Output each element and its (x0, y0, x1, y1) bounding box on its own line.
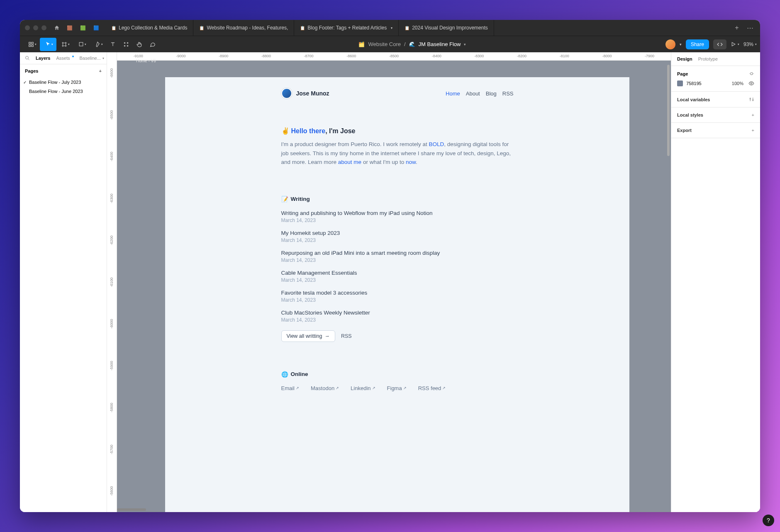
recent-file-1[interactable]: 🟫 (64, 23, 76, 32)
ruler-tick: -8100 (543, 52, 586, 60)
minimize-window[interactable] (33, 25, 38, 30)
right-panel-tabs: Design Prototype (671, 52, 760, 66)
right-panel: Design Prototype Page 758195 100% (671, 52, 760, 512)
user-avatar[interactable] (665, 39, 675, 49)
rss-link[interactable]: RSS (341, 333, 352, 339)
plus-icon[interactable]: + (752, 112, 754, 117)
share-button[interactable]: Share (686, 39, 709, 49)
local-styles-row[interactable]: Local styles + (671, 107, 760, 123)
file-tabs: 📋 Lego Collection & Media Cards 📋 Websit… (105, 20, 732, 36)
export-label: Export (677, 128, 692, 133)
vertical-scrollbar[interactable] (667, 65, 670, 156)
new-tab-button[interactable]: + (732, 23, 742, 33)
online-link[interactable]: Linkedin ↗ (351, 385, 375, 391)
local-styles-label: Local styles (677, 112, 703, 117)
post-item[interactable]: Favorite tesla model 3 accessoriesMarch … (281, 290, 514, 303)
post-date: March 14, 2023 (281, 257, 514, 263)
file-tab-2[interactable]: 📋 Website Roadmap - Ideas, Features, (193, 20, 294, 36)
nav-link-blog[interactable]: Blog (486, 90, 497, 97)
color-swatch[interactable] (677, 81, 683, 86)
online-link[interactable]: Figma ↗ (387, 385, 407, 391)
text-tool[interactable] (106, 38, 119, 51)
sun-icon[interactable] (749, 71, 754, 76)
nav-link-about[interactable]: About (466, 90, 480, 97)
design-tab[interactable]: Design (677, 56, 692, 61)
file-tab-icon: 📋 (405, 25, 410, 30)
window-controls (25, 25, 46, 30)
prototype-tab[interactable]: Prototype (698, 56, 718, 61)
recent-file-3[interactable]: 🟦 (90, 23, 102, 32)
hand-tool[interactable] (133, 38, 146, 51)
zoom-control[interactable]: 93% ▾ (743, 41, 757, 47)
ruler-tick: -6300 (107, 178, 117, 220)
page-item[interactable]: Baseline Flow - July 2023 (20, 78, 107, 87)
file-tab-1[interactable]: 📋 Lego Collection & Media Cards (105, 20, 193, 36)
add-page-button[interactable]: + (99, 68, 102, 73)
toolbar: ▾ ▾ ▾ ▾ ▾ (20, 36, 760, 52)
close-window[interactable] (25, 25, 30, 30)
chevron-down-icon: ▾ (755, 43, 757, 46)
local-variables-row[interactable]: Local variables (671, 92, 760, 107)
ruler-tick: -8000 (586, 52, 629, 60)
pen-tool[interactable]: ▾ (90, 38, 106, 51)
file-tab-4[interactable]: 📋 2024 Visual Design Improvements (399, 20, 494, 36)
svg-point-13 (753, 100, 753, 100)
visibility-icon[interactable] (748, 81, 754, 86)
design-frame[interactable]: Jose Munoz Home About Blog RSS ✌️Hello t… (165, 77, 629, 512)
horizontal-scrollbar[interactable] (117, 508, 146, 511)
page-item[interactable]: Baseline Flow - June 2023 (20, 87, 107, 96)
post-item[interactable]: Club MacStories Weekly NewsletterMarch 1… (281, 310, 514, 323)
link-now[interactable]: now (406, 159, 416, 165)
file-tab-3[interactable]: 📋 Blog Footer: Tags + Related Articles ▾ (294, 20, 399, 36)
resources-tool[interactable] (119, 38, 133, 51)
settings-icon[interactable] (749, 97, 754, 102)
ruler-tick: -8200 (500, 52, 543, 60)
online-link[interactable]: Mastodon ↗ (311, 385, 339, 391)
canvas[interactable]: -9100 -9000 -8900 -8800 -8700 -8600 -850… (107, 52, 671, 512)
home-tab[interactable] (51, 22, 62, 33)
layers-tab[interactable]: Layers (36, 56, 50, 61)
opacity-value: 100% (732, 81, 743, 86)
post-item[interactable]: Cable Management EssentialsMarch 14, 202… (281, 270, 514, 283)
plus-icon[interactable]: + (752, 128, 754, 133)
horizontal-ruler: -9100 -9000 -8900 -8800 -8700 -8600 -850… (117, 52, 671, 61)
post-item[interactable]: My Homekit setup 2023March 14, 2023 (281, 230, 514, 243)
recent-file-2[interactable]: 🟩 (77, 23, 89, 32)
ruler-tick: -5600 (107, 470, 117, 512)
breadcrumb[interactable]: 🗂️ Website Core / 🌊 JM Baseline Flow ▾ (159, 41, 665, 47)
frame-tool[interactable]: ▾ (56, 38, 73, 51)
view-all-button[interactable]: View all writting → (281, 330, 335, 342)
nav-link-rss[interactable]: RSS (502, 90, 514, 97)
file-name: JM Baseline Flow (419, 41, 461, 47)
arrow-right-icon: → (324, 333, 330, 339)
shape-tool[interactable]: ▾ (73, 38, 90, 51)
export-row[interactable]: Export + (671, 123, 760, 138)
tab-overflow-button[interactable]: ⋯ (745, 23, 755, 33)
online-link[interactable]: RSS feed ↗ (418, 385, 446, 391)
link-bold[interactable]: BOLD (429, 141, 444, 147)
breadcrumb-separator: / (404, 41, 406, 47)
search-icon[interactable] (25, 56, 30, 61)
maximize-window[interactable] (41, 25, 46, 30)
background-row[interactable]: 758195 100% (677, 81, 754, 86)
nav-link-home[interactable]: Home (446, 90, 460, 97)
dev-mode-button[interactable] (713, 39, 726, 49)
left-panel-tabs: Layers Assets Baseline... ▾ (20, 52, 107, 64)
ruler-tick: -8900 (202, 52, 245, 60)
file-tab-icon: 📋 (199, 25, 204, 30)
frame-label[interactable]: Home - V6 (136, 59, 156, 63)
main-menu-button[interactable]: ▾ (23, 38, 40, 51)
present-button[interactable]: ▾ (731, 41, 739, 47)
file-name-tab[interactable]: Baseline... ▾ (80, 56, 104, 61)
comment-tool[interactable] (146, 38, 159, 51)
assets-label: Assets (56, 56, 70, 61)
post-item[interactable]: Repurposing an old iPad Mini into a smar… (281, 250, 514, 263)
link-about-me[interactable]: about me (338, 159, 361, 165)
move-tool[interactable]: ▾ (40, 38, 56, 51)
post-item[interactable]: Writing and publishing to Webflow from m… (281, 210, 514, 223)
external-link-icon: ↗ (296, 386, 299, 390)
online-link[interactable]: Email ↗ (281, 385, 300, 391)
assets-tab[interactable]: Assets (56, 56, 73, 61)
titlebar-actions: + ⋯ (732, 23, 755, 33)
external-link-icon: ↗ (372, 386, 375, 390)
